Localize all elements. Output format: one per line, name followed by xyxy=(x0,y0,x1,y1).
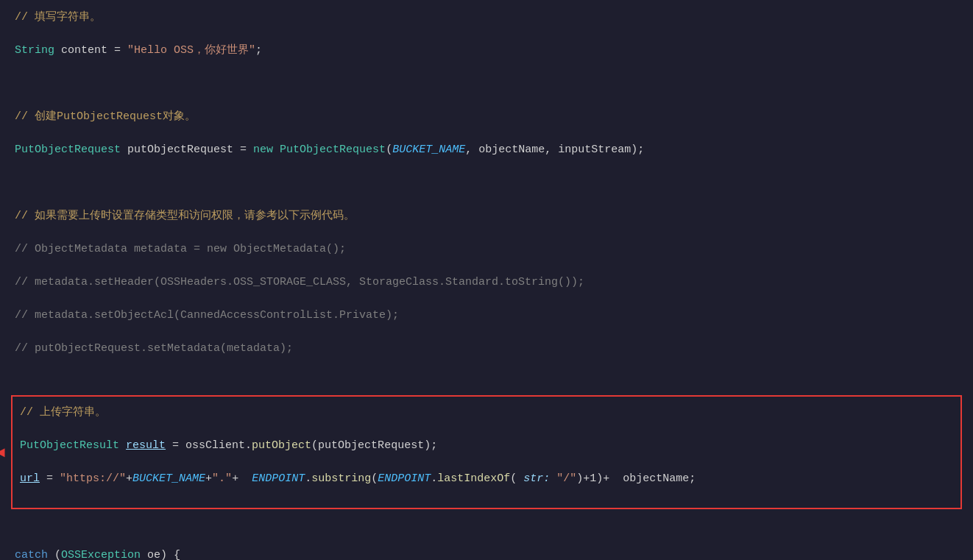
code-line-empty xyxy=(0,512,973,533)
code-line-10: // metadata.setObjectAcl(CannedAccessCon… xyxy=(0,305,973,326)
code-line-7: // 如果需要上传时设置存储类型和访问权限，请参考以下示例代码。 xyxy=(0,206,973,227)
code-semi: ; xyxy=(255,42,262,60)
code-line-9: // metadata.setHeader(OSSHeaders.OSS_STO… xyxy=(0,272,973,293)
highlight-line-3: url = "https://"+BUCKET_NAME+"."+ ENDPOI… xyxy=(20,469,953,489)
code-line-1: // 填写字符串。 xyxy=(0,7,973,28)
highlight-line-2: PutObjectResult result = ossClient.putOb… xyxy=(20,436,953,456)
string-val: "Hello OSS，你好世界" xyxy=(127,42,255,60)
code-line-12 xyxy=(0,372,973,392)
code-normal: content = xyxy=(54,42,127,60)
code-catch-line: catch (OSSException oe) { xyxy=(0,545,973,560)
code-line-4: // 创建PutObjectRequest对象。 xyxy=(0,107,973,127)
code-line-2: String content = "Hello OSS，你好世界"; xyxy=(0,40,973,61)
comment-cn-2: // 创建PutObjectRequest对象。 xyxy=(15,108,196,126)
highlight-line-1: // 上传字符串。 xyxy=(20,403,953,423)
code-line-3 xyxy=(0,74,973,94)
highlight-block: ◄ // 上传字符串。 PutObjectResult result = oss… xyxy=(11,395,962,509)
code-line-5: PutObjectRequest putObjectRequest = new … xyxy=(0,140,973,160)
left-arrow-icon: ◄ xyxy=(0,444,5,461)
comment-text: // 填写字符串。 xyxy=(15,9,101,26)
code-editor: // 填写字符串。 String content = "Hello OSS，你好… xyxy=(0,0,973,560)
type-string: String xyxy=(15,42,54,60)
code-line-11: // putObjectRequest.setMetadata(metadata… xyxy=(0,339,973,359)
code-line-8: // ObjectMetadata metadata = new ObjectM… xyxy=(0,239,973,260)
code-line-6 xyxy=(0,173,973,194)
type-por: PutObjectRequest xyxy=(15,141,121,159)
